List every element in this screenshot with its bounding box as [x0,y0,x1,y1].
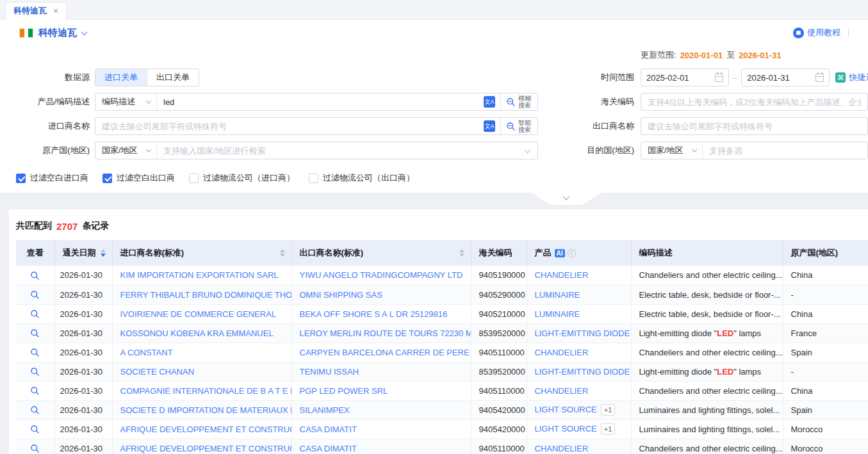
exporter-link[interactable]: TENIMU ISSAH [300,367,359,377]
importer-link[interactable]: IVOIRIENNE DE COMMERCE GENERAL [120,309,276,319]
info-icon[interactable]: i [568,249,576,257]
tab-close-icon[interactable]: × [53,6,58,16]
hs-code-input[interactable] [641,93,868,111]
filter-checkbox-2[interactable]: 过滤物流公司（进口商） [189,172,295,184]
exporter-link[interactable]: CASA DIMATIT [300,425,357,434]
importer-link[interactable]: SOCIETE D IMPORTATION DE MATERIAUX E... [120,405,292,415]
checkbox-icon[interactable] [16,174,26,183]
product-link[interactable]: LUMINAIRE [535,290,580,300]
translate-icon[interactable]: 文A [484,120,495,132]
exporter-link[interactable]: BEKA OFF SHORE S A L DR 25129816 [300,309,448,319]
hs-code-cell: 9405110000 [471,381,527,400]
checkbox-icon[interactable] [189,174,199,183]
checkbox-icon[interactable] [309,174,318,183]
sort-control[interactable] [276,249,285,257]
product-link[interactable]: LIGHT-EMITTING DIODE [535,328,630,338]
importer-input[interactable] [95,118,484,134]
origin-country-input[interactable] [157,142,525,159]
view-record-button[interactable] [30,444,40,453]
product-mode-select[interactable]: 编码描述 [95,93,157,110]
translate-icon[interactable]: 文A [484,96,495,108]
view-record-button[interactable] [30,271,40,280]
quick-select-link[interactable]: 快捷选 [849,72,868,83]
view-magnifier-icon [30,348,40,357]
collapse-filters-button[interactable] [531,193,602,205]
origin-mode-select[interactable]: 国家/地区 [95,142,157,159]
time-range-start-input[interactable]: 2025-02-01 [641,69,729,86]
column-header-4: 海关编码 [471,240,527,266]
view-record-button[interactable] [30,367,40,377]
table-row: 2026-01-30IVOIRIENNE DE COMMERCE GENERAL… [16,304,868,323]
view-record-button[interactable] [30,328,40,338]
view-record-button[interactable] [30,290,40,300]
product-link[interactable]: LIGHT SOURCE [535,405,597,414]
exporter-link[interactable]: CASA DIMATIT [300,444,357,453]
clearance-date-cell: 2026-01-30 [54,400,112,419]
view-record-button[interactable] [30,348,40,357]
ai-badge: AI [555,249,565,257]
sort-control[interactable] [97,249,106,257]
product-link[interactable]: CHANDELIER [535,348,589,357]
description-cell: Light-emitting diode "LED" lamps [631,323,783,343]
table-body: 2026-01-30KIM IMPORTATION EXPORTATION SA… [16,266,868,454]
destination-mode-select[interactable]: 国家/地区 [641,142,703,159]
product-link[interactable]: CHANDELIER [535,270,589,280]
destination-country-input[interactable] [703,142,867,159]
column-header-label: 出口商名称(标准) [300,247,364,259]
origin-country-cell: Morocco [783,439,868,454]
product-extra-badge[interactable]: +1 [601,404,616,416]
exporter-link[interactable]: OMNI SHIPPING SAS [300,290,382,300]
product-link[interactable]: CHANDELIER [535,386,589,396]
product-link[interactable]: LUMINAIRE [535,309,580,319]
chevron-down-icon [146,98,151,103]
smart-search-toggle[interactable]: 智能搜索 [501,119,537,134]
update-range-end: 2026-01-31 [739,51,782,60]
exporter-link[interactable]: SILANIMPEX [300,405,350,415]
import-declarations-toggle[interactable]: 进口关单 [95,69,147,86]
tab-cote-divoire[interactable]: 科特迪瓦 × [5,2,67,20]
country-name[interactable]: 科特迪瓦 [38,27,77,39]
view-record-button[interactable] [30,425,40,434]
description-highlight: LED [717,367,733,377]
product-search-input[interactable] [157,93,484,110]
exporter-link[interactable]: YIWU ANGELO TRADINGCOMPAGNY LTD [300,270,463,280]
product-link[interactable]: LIGHT-EMITTING DIODE [535,367,630,377]
product-extra-badge[interactable]: +1 [601,423,616,435]
exporter-link[interactable]: LEROY MERLIN ROUTE DE TOURS 72230 M [300,328,471,338]
importer-link[interactable]: SOCIETE CHANAN [120,367,195,377]
exporter-link[interactable]: CARPYEN BARCELONA CARRER DE PERE IV [300,348,471,357]
export-declarations-toggle[interactable]: 出口关单 [147,69,199,86]
column-header-3[interactable]: 出口商名称(标准) [291,240,471,266]
hs-code-cell: 9405210000 [471,304,527,323]
summary-suffix: 条记录 [82,220,109,232]
product-cell: LIGHT-EMITTING DIODE [527,323,631,343]
time-range-end-input[interactable]: 2026-01-31 [741,69,830,86]
importer-link[interactable]: COMPAGNIE INTERNATIONALE DE B A T E R [120,386,292,396]
column-header-1[interactable]: 通关日期 [54,240,112,266]
exporter-link[interactable]: PGP LED POWER SRL [300,386,388,396]
importer-link[interactable]: AFRIQUE DEVELOPPEMENT ET CONSTRUCT... [120,425,292,434]
product-link[interactable]: LIGHT SOURCE [535,424,597,434]
filter-checkbox-3[interactable]: 过滤物流公司（出口商） [309,172,414,184]
filter-checkbox-0[interactable]: 过滤空白进口商 [16,172,88,184]
product-cell: LUMINAIRE [527,304,631,323]
sort-control[interactable] [455,249,464,257]
fuzzy-search-toggle[interactable]: 模糊搜索 [501,95,537,109]
checkbox-icon[interactable] [102,174,112,183]
view-record-button[interactable] [30,405,40,415]
importer-link[interactable]: FERRY THIBAULT BRUNO DOMINIQUE THO... [120,290,292,300]
column-header-2[interactable]: 进口商名称(标准) [112,240,291,266]
view-record-button[interactable] [30,386,40,396]
view-cell [16,362,54,381]
importer-link[interactable]: KIM IMPORTATION EXPORTATION SARL [120,270,279,280]
tutorial-link[interactable]: 使用教程 [807,27,840,38]
view-record-button[interactable] [30,309,40,319]
product-link[interactable]: CHANDELIER [535,444,589,453]
filter-checkbox-1[interactable]: 过滤空白出口商 [102,172,175,184]
importer-link[interactable]: A CONSTANT [120,348,173,357]
exporter-input[interactable] [641,117,868,135]
importer-link[interactable]: KOSSONOU KOBENA KRA EMMANUEL [120,328,274,338]
date-range-dash: – [733,73,737,83]
importer-link[interactable]: AFRIQUE DEVELOPPEMENT ET CONSTRUCT... [120,444,292,453]
chevron-down-icon[interactable] [81,29,88,35]
